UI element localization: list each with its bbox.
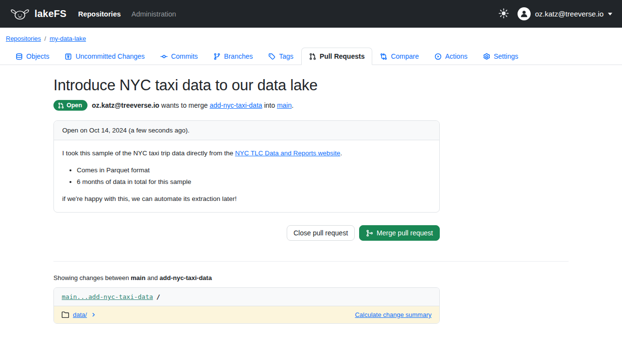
tab-label: Commits <box>171 52 198 60</box>
user-menu[interactable]: oz.katz@treeverse.io <box>518 7 612 20</box>
change-entry-link[interactable]: data/ <box>73 311 87 318</box>
person-icon <box>519 9 529 18</box>
changes-table: main...add-nyc-taxi-data/ data/Calculate… <box>53 287 440 324</box>
play-circle-icon <box>434 53 442 60</box>
brand-name: lakeFS <box>35 8 67 19</box>
tab-label: Actions <box>445 52 467 60</box>
caret-down-icon <box>608 13 612 16</box>
commit-icon <box>160 53 168 60</box>
status-badge: Open <box>53 100 87 111</box>
lakefs-logo[interactable]: lakeFS <box>10 7 67 21</box>
breadcrumb-link-my-data-lake[interactable]: my-data-lake <box>50 35 86 42</box>
source-branch-link[interactable]: add-nyc-taxi-data <box>209 101 262 109</box>
tab-label: Compare <box>391 52 419 60</box>
repo-tabs: ObjectsUncommitted ChangesCommitsBranche… <box>0 48 622 65</box>
tab-label: Branches <box>224 52 253 60</box>
pull-request-page: Introduce NYC taxi data to our data lake… <box>53 77 569 324</box>
tab-compare[interactable]: Compare <box>372 48 427 65</box>
status-badge-label: Open <box>67 102 82 109</box>
compare-icon <box>380 53 387 60</box>
pr-description-outro: if we're happy with this, we can automat… <box>62 194 431 204</box>
pr-description-bullet: 6 months of data in total for this sampl… <box>77 177 431 187</box>
gear-icon <box>483 53 490 60</box>
pr-description-intro: I took this sample of the NYC taxi trip … <box>62 149 431 158</box>
tab-label: Objects <box>26 52 49 60</box>
pr-description-card: Open on Oct 14, 2024 (a few seconds ago)… <box>53 120 440 213</box>
tab-uncommitted-changes[interactable]: Uncommitted Changes <box>57 48 152 65</box>
tab-pull-requests[interactable]: Pull Requests <box>301 48 373 65</box>
upload-square-icon <box>65 53 72 60</box>
ref-compare-link[interactable]: main...add-nyc-taxi-data <box>62 293 153 300</box>
tab-commits[interactable]: Commits <box>153 48 206 65</box>
pr-description-body: I took this sample of the NYC taxi trip … <box>54 140 439 212</box>
change-rows: data/Calculate change summary <box>54 306 439 323</box>
pr-actions: Close pull request Merge pull request <box>53 225 440 241</box>
tab-branches[interactable]: Branches <box>206 48 260 65</box>
pr-description-bullet: Comes in Parquet format <box>77 165 431 175</box>
calculate-change-summary-link[interactable]: Calculate change summary <box>355 311 432 318</box>
compare-branch: add-nyc-taxi-data <box>159 274 212 281</box>
divider <box>53 261 569 262</box>
folder-icon <box>62 311 69 318</box>
change-row: data/Calculate change summary <box>54 306 439 323</box>
chevron-right-icon <box>91 312 96 317</box>
nyc-tlc-link[interactable]: NYC TLC Data and Reports website <box>235 149 341 157</box>
changes-table-header: main...add-nyc-taxi-data/ <box>54 288 439 306</box>
top-navbar: lakeFS RepositoriesAdministration oz.kat… <box>0 0 622 28</box>
tab-actions[interactable]: Actions <box>427 48 475 65</box>
merge-icon <box>366 230 373 237</box>
changes-summary: Showing changes between main and add-nyc… <box>53 274 440 281</box>
pr-description-list: Comes in Parquet format6 months of data … <box>62 165 431 187</box>
database-icon <box>16 53 23 60</box>
tab-settings[interactable]: Settings <box>475 48 526 65</box>
base-branch: main <box>131 274 145 281</box>
tab-label: Settings <box>494 52 518 60</box>
pr-summary: Open oz.katz@treeverse.io wants to merge… <box>53 100 440 111</box>
breadcrumb: Repositories/my-data-lake <box>0 28 622 48</box>
tag-icon <box>268 53 276 60</box>
close-pull-request-button[interactable]: Close pull request <box>287 225 355 241</box>
page-title: Introduce NYC taxi data to our data lake <box>53 77 440 94</box>
tab-label: Tags <box>279 52 294 60</box>
tab-tags[interactable]: Tags <box>260 48 301 65</box>
pr-author: oz.katz@treeverse.io <box>92 101 159 109</box>
user-email: oz.katz@treeverse.io <box>535 10 604 18</box>
change-entry: data/ <box>62 311 96 318</box>
sun-icon <box>499 8 509 18</box>
nav-item-administration[interactable]: Administration <box>132 10 176 18</box>
target-branch-link[interactable]: main <box>277 101 292 109</box>
main-nav: RepositoriesAdministration <box>78 10 176 18</box>
nav-item-repositories[interactable]: Repositories <box>78 10 121 18</box>
tab-objects[interactable]: Objects <box>8 48 57 65</box>
breadcrumb-link-repositories[interactable]: Repositories <box>6 35 41 42</box>
avatar <box>518 7 531 20</box>
axolotl-icon <box>10 7 30 21</box>
pr-open-date: Open on Oct 14, 2024 (a few seconds ago)… <box>54 121 439 140</box>
tab-label: Uncommitted Changes <box>75 52 144 60</box>
pull-request-icon <box>309 53 316 60</box>
merge-pull-request-button[interactable]: Merge pull request <box>359 225 440 241</box>
breadcrumb-separator: / <box>44 35 46 42</box>
pull-request-icon <box>58 102 64 109</box>
branch-icon <box>213 53 221 60</box>
tab-label: Pull Requests <box>320 52 365 60</box>
theme-toggle-button[interactable] <box>499 8 509 20</box>
pr-summary-line: oz.katz@treeverse.io wants to merge add-… <box>92 101 294 109</box>
